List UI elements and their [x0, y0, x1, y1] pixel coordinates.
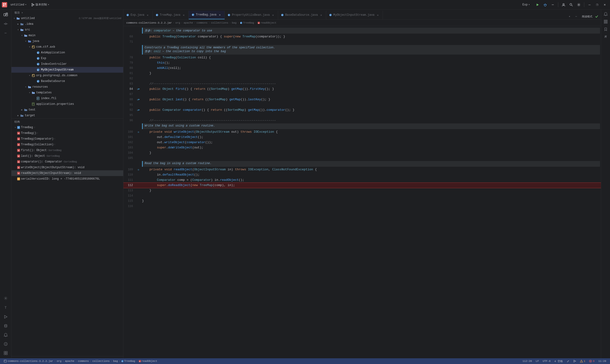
breadcrumb-collections[interactable]: collections [211, 21, 229, 24]
tree-item-exp[interactable]: C Exp [12, 55, 123, 61]
tree-arrow-untitled[interactable]: ▾ [13, 16, 16, 20]
tab-basedatasource[interactable]: J BaseDataSource.java ✕ [278, 11, 326, 19]
structure-ctor2[interactable]: m TreeBag(Comparator) ↑ [12, 136, 123, 142]
breadcrumb-bag[interactable]: bag [232, 21, 237, 24]
activity-project-icon[interactable] [1, 11, 10, 19]
tree-item-test[interactable]: ▶ test [12, 107, 123, 113]
tree-item-untitled[interactable]: ▾ untitled C:\CTF\00 Java漫目环境\untitled [12, 15, 123, 21]
activity-settings-icon[interactable] [1, 294, 10, 302]
tab-close-basedatasource[interactable]: ✕ [319, 13, 323, 17]
gutter-expand-88[interactable]: ► [138, 98, 140, 101]
tree-item-basedatasource[interactable]: C BaseDataSource [12, 78, 123, 84]
tab-close-exp[interactable]: ✕ [146, 13, 150, 17]
status-indent[interactable]: 4 空格 [553, 358, 565, 364]
tree-item-resources[interactable]: ▾ resources [12, 84, 123, 90]
search-button[interactable] [568, 1, 574, 8]
activity-commit-icon[interactable] [1, 20, 10, 28]
tab-myobjectinputstream[interactable]: J MyObjectInputStream.java ✕ [326, 11, 383, 19]
structure-serialversionuid[interactable]: f serialVersionUID: long = -774014651109… [12, 176, 123, 182]
gutter-expand-84[interactable]: ► [138, 88, 140, 90]
tree-arrow-idea[interactable]: ▶ [16, 22, 20, 26]
tab-treemap-java[interactable]: J TreeMap.java ✕ [153, 11, 189, 19]
run-button[interactable] [534, 1, 541, 8]
tree-arrow-resources[interactable]: ▾ [24, 85, 28, 89]
tab-treebag-java[interactable]: J TreeBag.java ✕ [189, 11, 225, 19]
tree-item-target[interactable]: ▶ target [12, 113, 123, 118]
readonly-mode-button[interactable]: 阅读模式 [582, 15, 592, 18]
breadcrumb-org[interactable]: org [175, 21, 180, 24]
structure-writeobject[interactable]: m writeObject(ObjectOutputStream): void [12, 165, 123, 170]
version-control[interactable]: 版本控制 ▾ [30, 2, 51, 7]
structure-readobject[interactable]: m readObject(ObjectInputStream): void [12, 170, 123, 176]
structure-comparator[interactable]: m comparator(): Comparator ↑SortedBag [12, 159, 123, 165]
tab-close-treemap[interactable]: ✕ [182, 13, 186, 17]
run-config-selector[interactable]: Exp ▾ [519, 1, 533, 8]
status-encoding[interactable]: UTF-8 [541, 358, 553, 364]
activity-more-icon[interactable]: ⋯ [1, 29, 10, 37]
status-pencil[interactable] [565, 358, 571, 364]
gutter-arrow-109[interactable]: ◎ [138, 169, 139, 171]
structure-ctor3[interactable]: m TreeBag(Collection) ↑ [12, 142, 123, 147]
breadcrumb-jar[interactable]: commons-collections-3.2.2.jar [126, 21, 172, 24]
tree-arrow-src[interactable]: ▾ [16, 28, 20, 32]
tree-arrow-templates[interactable]: ▾ [28, 91, 31, 95]
activity-notifications-icon[interactable] [1, 331, 10, 339]
tab-overflow-button[interactable]: ▾ [567, 13, 572, 19]
settings-button[interactable] [575, 1, 582, 8]
tree-item-myobjectinputstream[interactable]: C MyObjectInputStream [12, 67, 123, 73]
checkmark-button[interactable] [594, 14, 599, 19]
minimize-button[interactable]: — [586, 1, 593, 8]
tree-item-templates[interactable]: ▾ templates [12, 90, 123, 95]
structure-ctor1[interactable]: m TreeBag() ↑ [12, 130, 123, 136]
activity-database-icon[interactable] [1, 322, 10, 330]
tree-arrow-test[interactable]: ▶ [20, 108, 24, 112]
status-error-count[interactable]: 0 [587, 358, 597, 364]
tree-item-idea[interactable]: ▶ .idea [12, 21, 123, 27]
activity-plugins-icon[interactable] [1, 349, 10, 357]
activity-play-icon[interactable] [1, 312, 10, 321]
status-jar-path[interactable]: commons-collections-3.2.2.jar › org › ap… [2, 358, 159, 364]
account-button[interactable] [560, 1, 567, 8]
more-button[interactable]: ⋯ [549, 1, 556, 8]
tree-arrow-main[interactable]: ▾ [20, 34, 24, 37]
close-button[interactable]: ✕ [601, 1, 608, 8]
tree-item-appprops[interactable]: application.properties [12, 101, 123, 107]
status-line-col[interactable]: 112:20 [521, 358, 534, 364]
tab-exp-java[interactable]: J Exp.java ✕ [123, 11, 153, 19]
status-git[interactable] [571, 358, 578, 364]
debug-button[interactable] [542, 1, 548, 8]
breadcrumb-treebag[interactable]: C TreeBag [240, 21, 254, 24]
tree-item-java[interactable]: ▾ java [12, 38, 123, 44]
maximize-button[interactable]: ❐ [594, 1, 600, 8]
gutter-arrow-100[interactable]: ◎ [138, 131, 139, 133]
code-content[interactable]: 形参: comparator – the comparator to use 6… [123, 26, 601, 358]
status-warning-count[interactable]: ! 1 [578, 358, 587, 364]
right-notifications-icon[interactable] [602, 11, 609, 18]
tree-arrow-treebag[interactable]: ▾ [13, 126, 17, 129]
tree-arrow-package-ctf[interactable]: ▾ [28, 45, 31, 49]
tree-item-package-pg[interactable]: ▾ org.postgresql.ds.common [12, 73, 123, 78]
structure-last[interactable]: m last(): Object ↑SortedBag [12, 153, 123, 159]
structure-treebag-class[interactable]: ▾ C TreeBag ↑ [12, 125, 123, 130]
tree-item-src[interactable]: ▾ src [12, 27, 123, 33]
tab-close-propertyutils[interactable]: ✕ [271, 13, 275, 17]
tab-more-button[interactable]: ⋯ [573, 13, 579, 19]
right-m-icon[interactable]: M [602, 33, 609, 40]
tree-arrow-package-pg[interactable]: ▾ [28, 74, 31, 78]
tree-arrow-target[interactable]: ▶ [16, 114, 20, 117]
sidebar-project-header[interactable]: 项目 ▾ [12, 10, 123, 15]
tab-close-treebag[interactable]: ✕ [218, 13, 221, 17]
tree-item-indexcontroller[interactable]: C IndexController [12, 61, 123, 67]
breadcrumb-apache[interactable]: apache [183, 21, 193, 24]
status-readonly-time[interactable]: 11:20 [597, 358, 608, 364]
activity-help-icon[interactable]: ? [1, 340, 10, 348]
tree-item-main[interactable]: ▾ main [12, 33, 123, 38]
tree-item-indexftl[interactable]: index.ftl [12, 95, 123, 101]
tab-close-myobject[interactable]: ✕ [376, 13, 380, 17]
right-bookmark-icon[interactable] [602, 26, 609, 33]
activity-template-icon[interactable]: T [1, 303, 10, 312]
breadcrumb-readobject[interactable]: m readObject [258, 21, 276, 24]
right-structure-icon[interactable] [602, 18, 609, 25]
project-selector[interactable]: untitled ▾ [9, 3, 28, 7]
status-line-ending[interactable]: LF [534, 358, 541, 364]
